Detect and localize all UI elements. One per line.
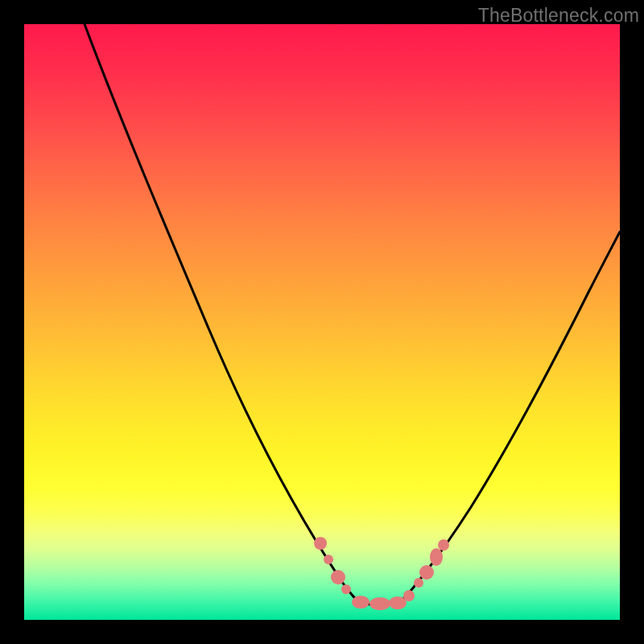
markers-group — [314, 537, 449, 610]
marker-dot — [369, 597, 390, 610]
marker-dot — [324, 555, 333, 564]
curve-right — [398, 232, 620, 604]
watermark-text: TheBottleneck.com — [478, 5, 639, 27]
marker-dot — [414, 578, 423, 588]
chart-plot-area — [24, 24, 620, 620]
marker-dot — [331, 570, 345, 584]
marker-dot — [438, 539, 449, 551]
curve-left — [85, 24, 362, 604]
marker-dot — [341, 584, 351, 594]
marker-dot — [314, 537, 327, 550]
marker-dot — [352, 596, 369, 609]
marker-dot — [403, 590, 415, 601]
marker-dot — [389, 597, 407, 609]
marker-dot — [430, 548, 443, 566]
marker-dot — [419, 565, 434, 580]
chart-svg — [24, 24, 620, 620]
